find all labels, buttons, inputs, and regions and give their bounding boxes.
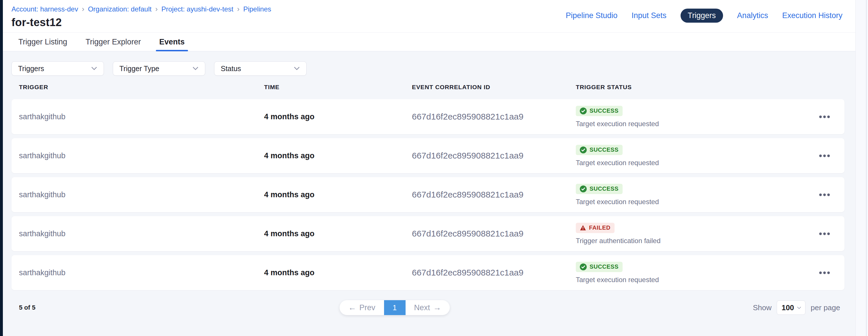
tab-events[interactable]: Events xyxy=(156,33,188,51)
filters-row: Triggers Trigger Type Status xyxy=(11,61,844,76)
nav-triggers[interactable]: Triggers xyxy=(681,9,723,23)
status-label: FAILED xyxy=(589,225,611,231)
tab-trigger-listing[interactable]: Trigger Listing xyxy=(15,33,71,51)
event-row: sarthakgithub 4 months ago 667d16f2ec895… xyxy=(11,138,844,173)
nav-input-sets[interactable]: Input Sets xyxy=(631,11,666,20)
trigger-status-cell: SUCCESS Target execution requested xyxy=(576,184,804,206)
prev-button[interactable]: ← Prev xyxy=(340,300,384,315)
warning-triangle-icon xyxy=(580,225,586,231)
nav-analytics[interactable]: Analytics xyxy=(737,11,768,20)
event-correlation-id: 667d16f2ec895908821c1aa9 xyxy=(412,112,576,122)
trigger-status-cell: SUCCESS Target execution requested xyxy=(576,145,804,167)
page-size-select[interactable]: 100 xyxy=(777,300,805,315)
status-message: Target execution requested xyxy=(576,276,804,284)
arrow-right-icon: → xyxy=(433,303,441,312)
next-button[interactable]: Next → xyxy=(406,300,450,315)
status-message: Trigger authentication failed xyxy=(576,237,804,245)
trigger-name: sarthakgithub xyxy=(19,190,264,199)
page-size-value: 100 xyxy=(782,303,794,312)
chevron-down-icon xyxy=(193,65,198,70)
page-header: Account: harness-dev › Organization: def… xyxy=(3,0,856,32)
more-options-icon xyxy=(817,191,832,199)
event-time: 4 months ago xyxy=(264,268,412,277)
trigger-name: sarthakgithub xyxy=(19,112,264,121)
filter-triggers[interactable]: Triggers xyxy=(11,61,104,76)
arrow-left-icon: ← xyxy=(348,303,356,312)
chevron-down-icon xyxy=(91,65,97,70)
main-area: Account: harness-dev › Organization: def… xyxy=(3,0,856,336)
row-menu-button[interactable] xyxy=(804,152,844,160)
status-label: SUCCESS xyxy=(590,146,619,153)
event-time: 4 months ago xyxy=(264,152,412,160)
breadcrumb-separator-icon: › xyxy=(237,5,239,13)
events-table: sarthakgithub 4 months ago 667d16f2ec895… xyxy=(11,99,844,290)
event-time: 4 months ago xyxy=(264,229,412,238)
row-menu-button[interactable] xyxy=(804,269,844,277)
status-badge: SUCCESS xyxy=(576,145,623,155)
next-label: Next xyxy=(414,303,430,312)
event-row: sarthakgithub 4 months ago 667d16f2ec895… xyxy=(11,99,844,134)
status-badge: SUCCESS xyxy=(576,184,623,194)
column-header-event-correlation-id: EVENT CORRELATION ID xyxy=(412,84,576,91)
row-menu-button[interactable] xyxy=(804,113,844,121)
breadcrumb-account[interactable]: Account: harness-dev xyxy=(11,5,78,13)
status-label: SUCCESS xyxy=(590,264,619,270)
event-correlation-id: 667d16f2ec895908821c1aa9 xyxy=(412,229,576,238)
trigger-status-cell: SUCCESS Target execution requested xyxy=(576,262,804,284)
nav-pipeline-studio[interactable]: Pipeline Studio xyxy=(566,11,617,20)
results-summary: 5 of 5 xyxy=(11,304,35,311)
page-size-control: Show 100 per page xyxy=(753,300,840,315)
breadcrumb-separator-icon: › xyxy=(82,5,84,13)
row-menu-button[interactable] xyxy=(804,230,844,238)
event-correlation-id: 667d16f2ec895908821c1aa9 xyxy=(412,268,576,277)
filter-label: Status xyxy=(221,65,241,73)
more-options-icon xyxy=(817,152,832,160)
per-page-label: per page xyxy=(811,303,840,312)
trigger-name: sarthakgithub xyxy=(19,152,264,160)
nav-execution-history[interactable]: Execution History xyxy=(782,11,842,20)
check-circle-icon xyxy=(580,107,587,114)
trigger-status-cell: SUCCESS Target execution requested xyxy=(576,106,804,128)
event-correlation-id: 667d16f2ec895908821c1aa9 xyxy=(412,151,576,161)
pipeline-nav: Pipeline Studio Input Sets Triggers Anal… xyxy=(566,9,842,22)
chevron-down-icon xyxy=(294,65,300,70)
filter-label: Triggers xyxy=(18,65,44,73)
status-message: Target execution requested xyxy=(576,198,804,206)
column-header-trigger-status: TRIGGER STATUS xyxy=(576,84,804,91)
events-content: Triggers Trigger Type Status TRIGGER TIM… xyxy=(3,61,856,316)
status-label: SUCCESS xyxy=(590,107,619,114)
breadcrumb-organization[interactable]: Organization: default xyxy=(88,5,151,13)
event-time: 4 months ago xyxy=(264,190,412,199)
show-label: Show xyxy=(753,303,772,312)
page-1-button[interactable]: 1 xyxy=(384,300,406,315)
table-footer: 5 of 5 ← Prev 1 Next → Show 100 xyxy=(11,299,844,316)
more-options-icon xyxy=(817,269,832,277)
more-options-icon xyxy=(817,230,832,238)
status-message: Target execution requested xyxy=(576,159,804,167)
status-message: Target execution requested xyxy=(576,120,804,128)
check-circle-icon xyxy=(580,146,587,154)
row-menu-button[interactable] xyxy=(804,191,844,199)
trigger-name: sarthakgithub xyxy=(19,229,264,238)
breadcrumb-pipelines[interactable]: Pipelines xyxy=(243,5,271,13)
trigger-name: sarthakgithub xyxy=(19,268,264,277)
filter-label: Trigger Type xyxy=(119,65,159,73)
filter-status[interactable]: Status xyxy=(214,61,307,76)
table-header-row: TRIGGER TIME EVENT CORRELATION ID TRIGGE… xyxy=(11,84,844,91)
status-badge: SUCCESS xyxy=(576,106,623,116)
event-time: 4 months ago xyxy=(264,112,412,121)
prev-label: Prev xyxy=(360,303,375,312)
pagination: ← Prev 1 Next → xyxy=(340,300,450,315)
column-header-time: TIME xyxy=(264,84,412,91)
trigger-status-cell: FAILED Trigger authentication failed xyxy=(576,223,804,245)
tab-trigger-explorer[interactable]: Trigger Explorer xyxy=(82,33,144,51)
scrollbar-gutter[interactable] xyxy=(856,0,868,336)
tab-bar: Trigger Listing Trigger Explorer Events xyxy=(3,32,856,51)
event-row: sarthakgithub 4 months ago 667d16f2ec895… xyxy=(11,177,844,212)
event-row: sarthakgithub 4 months ago 667d16f2ec895… xyxy=(11,255,844,290)
status-badge: FAILED xyxy=(576,223,615,233)
collapsed-sidebar-edge[interactable] xyxy=(0,0,3,336)
filter-trigger-type[interactable]: Trigger Type xyxy=(113,61,205,76)
check-circle-icon xyxy=(580,186,587,192)
breadcrumb-project[interactable]: Project: ayushi-dev-test xyxy=(161,5,234,13)
